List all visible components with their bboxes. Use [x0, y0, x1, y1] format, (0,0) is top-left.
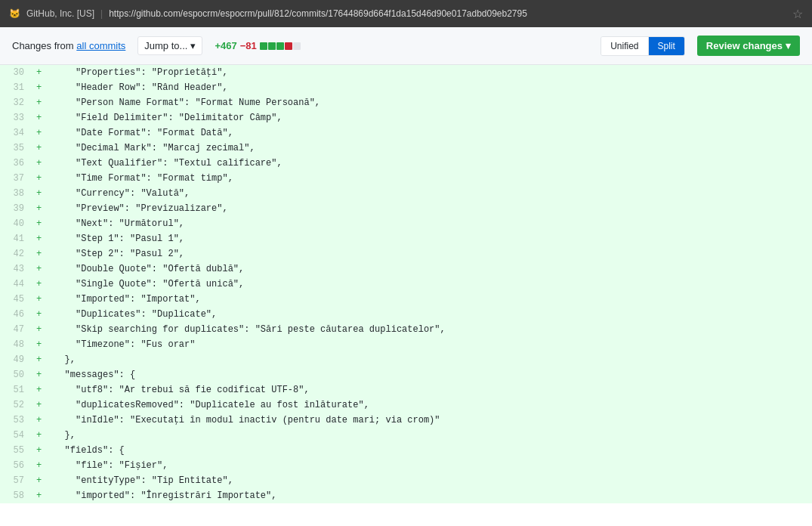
line-number: 52	[0, 398, 30, 413]
table-row: 58+ "imported": "Înregistrări Importate"…	[0, 488, 812, 503]
split-button[interactable]: Split	[649, 37, 684, 55]
line-content: "Header Row": "Rând Header",	[48, 80, 812, 95]
browser-favicon: 🐱	[9, 8, 20, 19]
line-marker: +	[30, 458, 48, 473]
line-number: 30	[0, 65, 30, 80]
table-row: 31+ "Header Row": "Rând Header",	[0, 80, 812, 95]
line-marker: +	[30, 382, 48, 398]
diff-stats: +467 −81	[215, 40, 300, 51]
line-number: 57	[0, 473, 30, 488]
table-row: 41+ "Step 1": "Pasul 1",	[0, 231, 812, 246]
table-row: 46+ "Duplicates": "Duplicate",	[0, 307, 812, 322]
changes-prefix: Changes from	[12, 40, 74, 51]
line-content: "Date Format": "Format Dată",	[48, 125, 812, 141]
table-row: 36+ "Text Qualifier": "Textul calificare…	[0, 156, 812, 171]
line-marker: +	[30, 156, 48, 171]
table-row: 35+ "Decimal Mark": "Marcaj zecimal",	[0, 141, 812, 156]
browser-separator: |	[100, 8, 103, 19]
table-row: 37+ "Time Format": "Format timp",	[0, 171, 812, 186]
changes-label: Changes from all commits	[12, 40, 125, 51]
line-number: 41	[0, 231, 30, 246]
deletions-count: −81	[240, 40, 257, 51]
table-row: 33+ "Field Delimiter": "Delimitator Câmp…	[0, 110, 812, 125]
line-number: 50	[0, 367, 30, 382]
line-marker: +	[30, 277, 48, 292]
line-number: 44	[0, 277, 30, 292]
line-number: 36	[0, 156, 30, 171]
review-changes-button[interactable]: Review changes ▾	[697, 36, 800, 56]
line-marker: +	[30, 141, 48, 156]
line-number: 35	[0, 141, 30, 156]
additions-count: +467	[215, 40, 236, 51]
line-number: 51	[0, 382, 30, 398]
line-content: "Double Quote": "Ofertă dublă",	[48, 261, 812, 277]
top-bar: Changes from all commits Jump to... ▾ +4…	[0, 27, 812, 65]
line-marker: +	[30, 488, 48, 503]
table-row: 57+ "entityType": "Tip Entitate",	[0, 473, 812, 488]
line-marker: +	[30, 398, 48, 413]
line-marker: +	[30, 246, 48, 261]
unified-button[interactable]: Unified	[601, 37, 648, 55]
line-content: "Duplicates": "Duplicate",	[48, 307, 812, 322]
line-content: "Field Delimiter": "Delimitator Câmp",	[48, 110, 812, 125]
line-marker: +	[30, 322, 48, 337]
table-row: 53+ "inIdle": "Executați în modul inacti…	[0, 413, 812, 428]
line-content: "Timezone": "Fus orar"	[48, 337, 812, 352]
line-number: 54	[0, 428, 30, 443]
line-number: 43	[0, 261, 30, 277]
line-marker: +	[30, 125, 48, 141]
line-marker: +	[30, 428, 48, 443]
jump-to-dropdown[interactable]: Jump to... ▾	[137, 36, 202, 55]
line-number: 45	[0, 292, 30, 307]
line-marker: +	[30, 231, 48, 246]
line-content: "entityType": "Tip Entitate",	[48, 473, 812, 488]
line-number: 58	[0, 488, 30, 503]
line-marker: +	[30, 95, 48, 110]
line-number: 38	[0, 186, 30, 201]
bookmark-icon[interactable]: ☆	[792, 7, 803, 21]
browser-bar: 🐱 GitHub, Inc. [US] | https://github.com…	[0, 0, 812, 27]
jump-to-label: Jump to...	[144, 40, 187, 51]
browser-url[interactable]: https://github.com/espocrm/espocrm/pull/…	[109, 8, 786, 19]
table-row: 43+ "Double Quote": "Ofertă dublă",	[0, 261, 812, 277]
line-number: 31	[0, 80, 30, 95]
line-number: 56	[0, 458, 30, 473]
line-content: "Skip searching for duplicates": "Sări p…	[48, 322, 812, 337]
review-changes-chevron-icon: ▾	[786, 40, 791, 51]
table-row: 34+ "Date Format": "Format Dată",	[0, 125, 812, 141]
table-row: 51+ "utf8": "Ar trebui să fie codificat …	[0, 382, 812, 398]
browser-company: GitHub, Inc. [US]	[26, 8, 94, 19]
line-number: 32	[0, 95, 30, 110]
line-number: 48	[0, 337, 30, 352]
line-marker: +	[30, 201, 48, 216]
table-row: 54+ },	[0, 428, 812, 443]
line-number: 49	[0, 352, 30, 367]
line-marker: +	[30, 473, 48, 488]
table-row: 49+ },	[0, 352, 812, 367]
line-content: "Decimal Mark": "Marcaj zecimal",	[48, 141, 812, 156]
table-row: 40+ "Next": "Următorul",	[0, 216, 812, 231]
line-marker: +	[30, 367, 48, 382]
diff-bar-green-2	[268, 42, 276, 50]
diff-bar-gray-1	[293, 42, 301, 50]
diff-bar-green-1	[260, 42, 267, 50]
table-row: 52+ "duplicatesRemoved": "Duplicatele au…	[0, 398, 812, 413]
line-content: "file": "Fișier",	[48, 458, 812, 473]
table-row: 44+ "Single Quote": "Ofertă unică",	[0, 277, 812, 292]
table-row: 56+ "file": "Fișier",	[0, 458, 812, 473]
line-number: 33	[0, 110, 30, 125]
line-number: 42	[0, 246, 30, 261]
table-row: 45+ "Imported": "Importat",	[0, 292, 812, 307]
line-content: "Imported": "Importat",	[48, 292, 812, 307]
diff-bar-green-3	[276, 42, 284, 50]
table-row: 38+ "Currency": "Valută",	[0, 186, 812, 201]
line-marker: +	[30, 65, 48, 80]
line-content: "Step 1": "Pasul 1",	[48, 231, 812, 246]
all-commits-link[interactable]: all commits	[76, 40, 125, 51]
line-content: "Preview": "Previzualizare",	[48, 201, 812, 216]
line-marker: +	[30, 443, 48, 458]
line-number: 46	[0, 307, 30, 322]
line-content: "Next": "Următorul",	[48, 216, 812, 231]
line-marker: +	[30, 292, 48, 307]
line-marker: +	[30, 186, 48, 201]
